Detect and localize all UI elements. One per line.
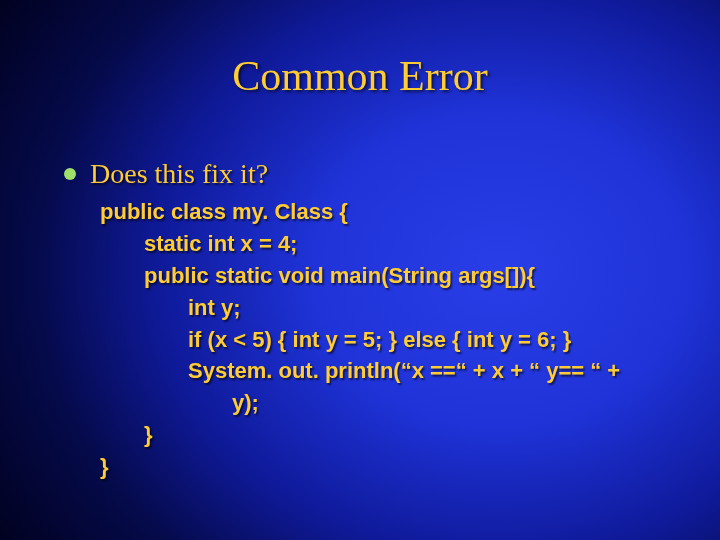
bullet-item: Does this fix it? — [64, 158, 680, 190]
code-line: } — [100, 419, 680, 451]
slide-body: Does this fix it? public class my. Class… — [64, 158, 680, 483]
slide: Common Error Does this fix it? public cl… — [0, 0, 720, 540]
bullet-dot-icon — [64, 168, 76, 180]
slide-title: Common Error — [0, 52, 720, 100]
code-line: int y; — [100, 292, 680, 324]
code-line: } — [100, 451, 680, 483]
bullet-text: Does this fix it? — [90, 158, 268, 190]
code-line: static int x = 4; — [100, 228, 680, 260]
code-line: public static void main(String args[]){ — [100, 260, 680, 292]
code-line: y); — [100, 387, 680, 419]
code-line: public class my. Class { — [100, 196, 680, 228]
code-line: if (x < 5) { int y = 5; } else { int y =… — [100, 324, 680, 356]
code-line: System. out. println(“x ==“ + x + “ y== … — [100, 355, 680, 387]
code-block: public class my. Class { static int x = … — [100, 196, 680, 483]
